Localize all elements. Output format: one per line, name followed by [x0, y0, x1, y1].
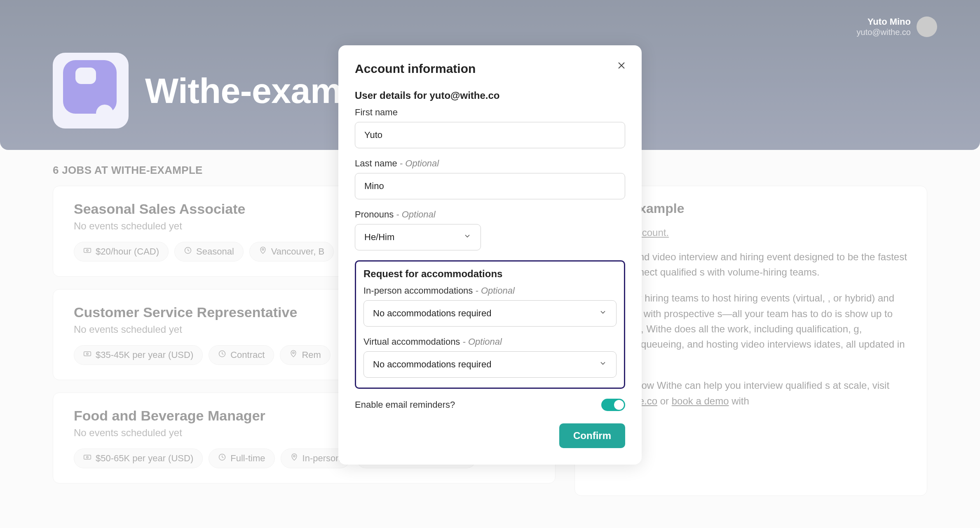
- close-button[interactable]: [615, 60, 628, 72]
- pronouns-label: Pronouns - Optional: [355, 209, 625, 220]
- accommodations-section: Request for accommodations In-person acc…: [355, 260, 625, 389]
- last-name-label: Last name - Optional: [355, 158, 625, 169]
- modal-overlay[interactable]: Account information User details for yut…: [0, 0, 980, 528]
- user-details-heading: User details for yuto@withe.co: [355, 90, 625, 101]
- inperson-label: In-person accommodations - Optional: [363, 285, 617, 296]
- first-name-label: First name: [355, 107, 625, 118]
- virtual-label: Virtual accommodations - Optional: [363, 336, 617, 347]
- chevron-down-icon: [463, 232, 471, 243]
- inperson-value: No accommodations required: [373, 308, 491, 319]
- chevron-down-icon: [599, 308, 607, 319]
- last-name-input[interactable]: [355, 173, 625, 199]
- accommodations-title: Request for accommodations: [363, 268, 617, 280]
- inperson-accommodations-select[interactable]: No accommodations required: [363, 300, 617, 327]
- close-icon: [617, 61, 626, 72]
- modal-title: Account information: [355, 62, 625, 76]
- email-reminders-toggle[interactable]: [601, 399, 625, 411]
- account-info-modal: Account information User details for yut…: [338, 45, 642, 465]
- toggle-knob: [614, 400, 624, 410]
- confirm-button[interactable]: Confirm: [559, 423, 625, 448]
- virtual-value: No accommodations required: [373, 359, 491, 370]
- email-reminders-label: Enable email reminders?: [355, 400, 455, 410]
- pronouns-select[interactable]: He/Him: [355, 224, 481, 250]
- email-reminders-row: Enable email reminders?: [355, 399, 625, 411]
- virtual-accommodations-select[interactable]: No accommodations required: [363, 351, 617, 378]
- pronouns-value: He/Him: [364, 232, 394, 243]
- first-name-input[interactable]: [355, 122, 625, 148]
- chevron-down-icon: [599, 359, 607, 370]
